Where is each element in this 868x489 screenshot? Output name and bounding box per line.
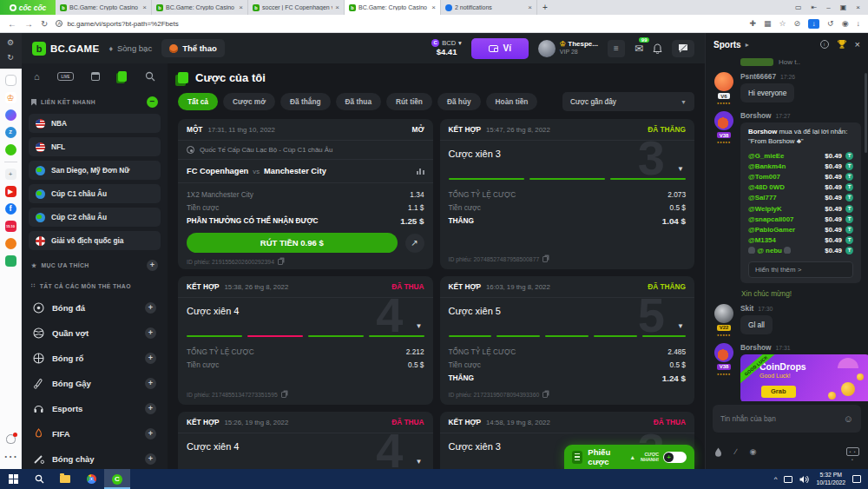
chat-toggle-button[interactable] [672,40,694,57]
taskbar-search-button[interactable] [26,469,52,489]
nav-casino[interactable]: ♦Sòng bạc [108,43,152,53]
volume-icon[interactable] [799,475,809,484]
chat-rules-icon[interactable]: i [820,40,829,49]
download-icon[interactable]: ↓ [808,19,819,29]
toggle-switch[interactable]: + [663,452,687,463]
sidebar-item-san-diego[interactable]: San Diego, Mỹ Đơn Nữ [29,161,161,180]
balance-selector[interactable]: CBCD▾ $4.41 [431,39,462,56]
address-bar[interactable]: A bc.game/vi/sports?bt-path=%2Fbets [56,20,178,28]
shop-sale-icon[interactable]: 15.10 [5,221,16,232]
save-icon[interactable]: ✚ [749,19,756,28]
file-explorer-button[interactable] [52,469,78,489]
stats-icon[interactable] [417,169,424,175]
filter-won[interactable]: Đã thắng [280,93,331,110]
collapse-quick-links-button[interactable]: − [147,96,158,108]
chat-messages[interactable]: How t.. V6 ●●●●● Psnt6666717:26 Hi every… [706,56,868,401]
games-icon[interactable] [5,144,16,155]
avatar[interactable] [714,111,733,130]
network-icon[interactable] [784,476,792,483]
chat-input[interactable]: Tin nhắn của bạn ☺ [713,405,861,433]
quick-bet-toggle[interactable]: CƯỢCNHANH! + [641,452,687,463]
close-window-button[interactable]: × [856,3,860,11]
chrome-button[interactable] [78,469,104,489]
expand-caret-icon[interactable]: ▼ [416,458,423,466]
chat-username[interactable]: Borshow [740,343,772,352]
market-icon[interactable] [5,255,16,267]
filter-open[interactable]: Cược mở [223,93,275,110]
browser-tab[interactable]: bsoccer | FC Copenhagen vs M× [248,0,345,15]
gif-keyboard-icon[interactable]: • • • [846,447,859,456]
sidebar-sport-baseball[interactable]: Bóng chày+ [29,446,161,469]
search-icon[interactable] [145,71,155,82]
add-favorite-button[interactable]: + [147,260,158,271]
home-icon[interactable]: ⌂ [34,71,40,82]
bet-card-combo[interactable]: KẾT HỢP 16:03, 19 thg 8, 2022 ĐÃ THẮNG 5… [440,276,695,405]
tab-close-icon[interactable]: × [528,3,532,11]
match-row[interactable]: FC Copenhagen vs Manchester City [178,160,433,183]
expand-plus-button[interactable]: + [145,403,156,414]
sidebar-toggle-icon[interactable]: ⇤ [812,3,818,11]
sidebar-sport-cricket[interactable]: Bóng Gậy+ [29,371,161,396]
sidebar-item-national-league[interactable]: Giải vô địch quốc gia [29,231,161,250]
notifications-icon[interactable] [653,43,662,54]
filter-cashout[interactable]: Rút tiền [386,93,432,110]
wallet-button[interactable]: Ví [471,38,529,59]
sidebar-item-cup-c2[interactable]: Cúp C2 châu Âu [29,208,161,227]
filter-lost[interactable]: Đã thua [336,93,381,110]
tab-search-icon[interactable]: ▭ [795,3,802,11]
inbox-icon[interactable]: ✉99 [635,43,643,55]
tab-close-icon[interactable]: × [142,3,147,11]
forward-icon[interactable]: → [24,19,33,29]
bet-card-combo[interactable]: KẾT HỢP 15:47, 26 thg 8, 2022 ĐÃ THẮNG 3… [440,119,695,269]
sidebar-sport-soccer[interactable]: Bóng đá+ [29,295,161,320]
expand-plus-button[interactable]: + [145,378,156,389]
schedule-icon[interactable] [91,72,100,81]
copy-icon[interactable] [542,392,548,398]
newsfeed-icon[interactable] [5,75,16,86]
expand-plus-button[interactable]: + [145,453,156,465]
expand-caret-icon[interactable]: ▼ [677,322,684,330]
cashout-button[interactable]: RÚT TIỀN 0.96 $ [187,233,398,253]
bet-list-icon[interactable]: ≡ [608,40,625,57]
user-profile[interactable]: ♔ Thespe... VIP 28 [538,40,598,57]
browser-tab[interactable]: 2 notifications× [441,0,537,15]
tip-rain-icon[interactable] [714,447,722,457]
browser-tab-active[interactable]: bBC.Game: Crypto Casino Gai× [345,0,441,15]
expand-plus-button[interactable]: + [145,327,156,339]
chat-username[interactable]: Psnt66667 [740,72,776,81]
bookmark-star-icon[interactable]: ☆ [779,19,786,28]
history-icon[interactable]: ↺ [827,19,834,28]
sidebar-item-cup-c1[interactable]: Cúp C1 châu Âu [29,184,161,203]
bet-slip-button[interactable]: Phiếu cược ▲ CƯỢCNHANH! + [564,445,694,469]
chat-room-title[interactable]: Sports [713,40,741,50]
extensions-icon[interactable]: ▦ [764,19,772,28]
adblock-icon[interactable]: ⊘ [794,19,801,28]
facebook-icon[interactable]: f [5,203,16,215]
crown-icon[interactable]: ♔ [5,92,16,103]
reload-icon[interactable]: ↻ [41,19,48,29]
tray-expand-icon[interactable]: ^ [774,475,778,483]
show-more-button[interactable]: Hiển thị thêm > [748,261,853,278]
new-tab-button[interactable]: + [537,0,553,15]
sidebar-item-nba[interactable]: NBA [29,114,161,133]
youtube-icon[interactable]: ▶ [5,186,16,197]
avatar[interactable] [714,72,733,91]
chat-scrollbar[interactable] [865,73,867,153]
grab-button[interactable]: Grab [761,386,796,398]
chat-commands-icon[interactable]: ∕ [735,447,737,456]
expand-plus-button[interactable]: + [145,302,156,314]
bet-card-combo[interactable]: KẾT HỢP 15:26, 19 thg 8, 2022 ĐÃ THUA 4 … [178,412,433,469]
expand-caret-icon[interactable]: ▼ [677,165,684,173]
sidebar-sport-fifa[interactable]: FIFA+ [29,421,161,446]
copy-icon[interactable] [278,259,283,265]
clock[interactable]: 5:32 PM10/11/2022 [816,472,845,487]
coccoc-brand[interactable]: cốc cốc [0,0,56,15]
browser-tab[interactable]: bBC.Game: Crypto Casino× [56,0,152,15]
emoji-icon[interactable]: ☺ [844,413,853,424]
restore-button[interactable]: ▣ [840,3,847,11]
coindrops-banner[interactable]: GOOD LUCK CoinDrops Good Luck! Grab [740,354,868,401]
filter-refund[interactable]: Hoàn tiền [486,93,538,110]
tab-close-icon[interactable]: × [431,3,436,11]
trophy-icon[interactable] [837,39,847,50]
coin-flip-icon[interactable]: ◉ [750,447,757,456]
